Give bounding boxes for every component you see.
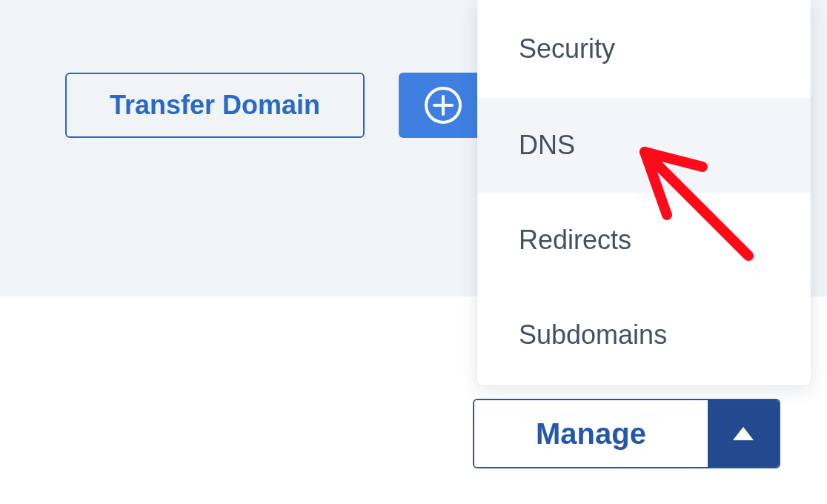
manage-label: Manage bbox=[536, 417, 646, 451]
dropdown-item-dns[interactable]: DNS bbox=[477, 98, 811, 193]
dropdown-item-label: Security bbox=[519, 33, 615, 64]
dropdown-item-label: Redirects bbox=[519, 225, 631, 256]
manage-dropdown-menu: Security DNS Redirects Subdomains bbox=[477, 0, 811, 385]
manage-button-label-area[interactable]: Manage bbox=[474, 400, 708, 467]
caret-up-icon bbox=[733, 427, 754, 440]
add-button[interactable] bbox=[399, 73, 488, 138]
plus-circle-icon bbox=[424, 86, 462, 125]
dropdown-item-label: DNS bbox=[519, 130, 575, 161]
transfer-domain-button[interactable]: Transfer Domain bbox=[65, 73, 365, 138]
manage-split-button[interactable]: Manage bbox=[473, 399, 780, 468]
dropdown-item-redirects[interactable]: Redirects bbox=[477, 193, 811, 288]
transfer-domain-label: Transfer Domain bbox=[110, 90, 320, 121]
dropdown-item-label: Subdomains bbox=[519, 319, 667, 351]
dropdown-item-subdomains[interactable]: Subdomains bbox=[477, 288, 811, 382]
manage-caret-toggle[interactable] bbox=[708, 400, 779, 467]
dropdown-item-security[interactable]: Security bbox=[477, 0, 811, 98]
